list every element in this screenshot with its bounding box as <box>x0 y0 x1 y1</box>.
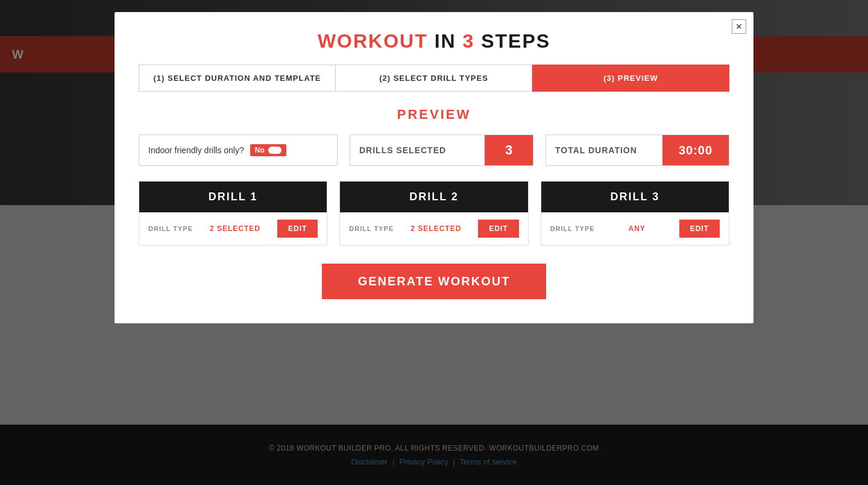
modal-title-number: 3 <box>463 30 475 52</box>
step1-button[interactable]: (1) SELECT DURATION AND TEMPLATE <box>139 65 335 92</box>
drill-card-3: DRILL 3 DRILL TYPE ANY EDIT <box>541 181 729 246</box>
indoor-toggle[interactable]: No <box>250 144 286 156</box>
step2-button[interactable]: (2) SELECT DRILL TYPES <box>335 65 532 92</box>
generate-section: GENERATE WORKOUT <box>139 264 729 299</box>
drill-2-type-value: 2 SELECTED <box>400 224 472 233</box>
modal-overlay: ✕ WORKOUT IN 3 STEPS (1) SELECT DURATION… <box>0 0 868 485</box>
drill-2-type-label: DRILL TYPE <box>349 225 394 232</box>
indoor-label: Indoor friendly drills only? <box>148 145 244 155</box>
indoor-box: Indoor friendly drills only? No <box>139 135 338 166</box>
drill-1-type-label: DRILL TYPE <box>148 225 193 232</box>
drills-selected-label: DRILLS SELECTED <box>350 135 485 165</box>
modal-title: WORKOUT IN 3 STEPS <box>139 30 729 52</box>
drill-3-type-value: ANY <box>601 224 673 233</box>
modal-title-steps: STEPS <box>474 30 550 52</box>
generate-workout-button[interactable]: GENERATE WORKOUT <box>322 264 547 299</box>
modal-title-in: IN <box>428 30 463 52</box>
drill-1-edit-button[interactable]: EDIT <box>277 220 318 238</box>
preview-heading: PREVIEW <box>139 107 729 122</box>
drill-card-2: DRILL 2 DRILL TYPE 2 SELECTED EDIT <box>339 181 528 246</box>
drill-2-edit-button[interactable]: EDIT <box>478 220 518 238</box>
drill-1-type-value: 2 SELECTED <box>199 224 271 233</box>
steps-nav: (1) SELECT DURATION AND TEMPLATE (2) SEL… <box>139 65 729 92</box>
modal-close-button[interactable]: ✕ <box>732 19 746 34</box>
drill-3-body: DRILL TYPE ANY EDIT <box>541 212 729 245</box>
total-duration-value: 30:00 <box>662 135 729 165</box>
step3-button[interactable]: (3) PREVIEW <box>532 65 729 92</box>
drill-1-header: DRILL 1 <box>139 182 327 212</box>
drill-3-type-label: DRILL TYPE <box>550 225 595 232</box>
drill-2-body: DRILL TYPE 2 SELECTED EDIT <box>340 212 527 245</box>
drill-3-header: DRILL 3 <box>541 182 729 212</box>
drills-selected-value: 3 <box>485 135 533 165</box>
drill-card-1: DRILL 1 DRILL TYPE 2 SELECTED EDIT <box>139 181 327 246</box>
total-duration-box: TOTAL DURATION 30:00 <box>546 135 729 166</box>
drill-3-edit-button[interactable]: EDIT <box>679 220 720 238</box>
drills-row: DRILL 1 DRILL TYPE 2 SELECTED EDIT DRILL… <box>139 181 729 246</box>
modal-title-workout: WORKOUT <box>318 30 428 52</box>
total-duration-label: TOTAL DURATION <box>546 135 662 165</box>
modal: ✕ WORKOUT IN 3 STEPS (1) SELECT DURATION… <box>115 12 753 323</box>
drills-selected-box: DRILLS SELECTED 3 <box>350 135 533 166</box>
drill-2-header: DRILL 2 <box>340 182 527 212</box>
summary-row: Indoor friendly drills only? No DRILLS S… <box>139 135 729 166</box>
drill-1-body: DRILL TYPE 2 SELECTED EDIT <box>139 212 327 245</box>
